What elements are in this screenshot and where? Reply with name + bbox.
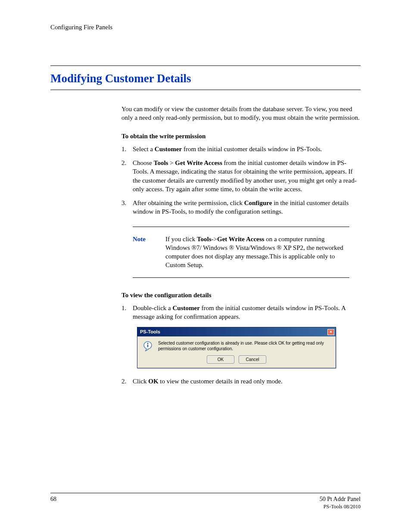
- steps-view-config: 1. Double-click a Customer from the init…: [121, 304, 361, 321]
- subhead-obtain-permission: To obtain the write permission: [121, 132, 361, 140]
- steps-obtain-permission: 1. Select a Customer from the initial cu…: [121, 145, 361, 216]
- subhead-view-config: To view the configuration details: [121, 291, 361, 299]
- note-label: Note: [133, 235, 165, 270]
- content-area: You can modify or view the customer deta…: [121, 105, 361, 386]
- info-icon: [142, 341, 154, 353]
- footer-rule: [50, 493, 361, 493]
- intro-paragraph: You can modify or view the customer deta…: [121, 105, 361, 122]
- page-number: 68: [50, 496, 56, 510]
- cancel-button[interactable]: Cancel: [239, 355, 266, 364]
- svg-rect-2: [147, 345, 148, 347]
- step-text: After obtaining the write permission, cl…: [133, 199, 361, 216]
- step-text: Choose Tools > Get Write Access from the…: [133, 159, 361, 193]
- note-block: Note If you click Tools->Get Write Acces…: [133, 227, 349, 278]
- title-rule-bottom: [50, 90, 361, 90]
- dialog-figure: PS-Tools × Selected customer configurati…: [137, 327, 361, 368]
- step-text: Click OK to view the customer details in…: [133, 377, 361, 386]
- ok-button[interactable]: OK: [207, 355, 234, 364]
- page-footer: 68 50 Pt Addr Panel PS-Tools 08/2010: [50, 493, 361, 510]
- close-icon[interactable]: ×: [327, 329, 334, 335]
- footer-date: PS-Tools 08/2010: [324, 504, 361, 510]
- footer-product: 50 Pt Addr Panel: [320, 496, 361, 502]
- ps-tools-dialog: PS-Tools × Selected customer configurati…: [137, 327, 336, 368]
- steps-view-config-cont: 2. Click OK to view the customer details…: [121, 377, 361, 386]
- dialog-title-text: PS-Tools: [140, 329, 160, 335]
- list-number: 2.: [121, 377, 133, 386]
- dialog-titlebar: PS-Tools ×: [137, 327, 336, 336]
- header-section: Configuring Fire Panels: [50, 24, 361, 31]
- list-number: 2.: [121, 159, 133, 193]
- step-text: Select a Customer from the initial custo…: [133, 145, 361, 153]
- page-title: Modifying Customer Details: [50, 66, 361, 90]
- svg-point-1: [147, 343, 149, 344]
- list-number: 3.: [121, 199, 133, 216]
- note-body: If you click Tools->Get Write Access on …: [165, 235, 349, 270]
- step-text: Double-click a Customer from the initial…: [133, 304, 361, 321]
- dialog-message: Selected customer configuration is alrea…: [158, 341, 331, 353]
- list-number: 1.: [121, 304, 133, 321]
- list-number: 1.: [121, 145, 133, 153]
